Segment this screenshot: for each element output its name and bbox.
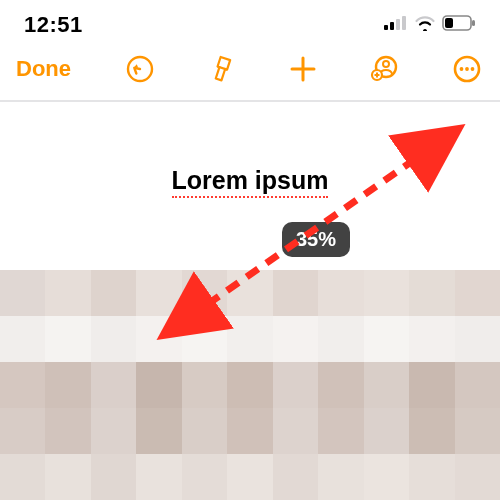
status-bar: 12:51 bbox=[0, 0, 500, 44]
insert-button[interactable] bbox=[286, 52, 320, 86]
status-time: 12:51 bbox=[24, 12, 83, 38]
svg-point-17 bbox=[460, 67, 464, 71]
toolbar: Done bbox=[0, 44, 500, 100]
status-indicators bbox=[384, 15, 476, 35]
svg-rect-5 bbox=[445, 18, 453, 28]
cellular-icon bbox=[384, 16, 408, 34]
svg-rect-1 bbox=[390, 22, 394, 30]
undo-button[interactable] bbox=[123, 52, 157, 86]
document-title[interactable]: Lorem ipsum bbox=[172, 166, 329, 198]
format-brush-button[interactable] bbox=[205, 52, 239, 86]
svg-rect-3 bbox=[402, 16, 406, 30]
blurred-content bbox=[0, 270, 500, 500]
document-canvas[interactable]: Lorem ipsum bbox=[0, 102, 500, 198]
battery-icon bbox=[442, 15, 476, 35]
collaborate-button[interactable] bbox=[368, 52, 402, 86]
done-button[interactable]: Done bbox=[16, 56, 71, 82]
svg-rect-2 bbox=[396, 19, 400, 30]
zoom-indicator: 35% bbox=[282, 222, 350, 257]
svg-point-18 bbox=[465, 67, 469, 71]
svg-rect-0 bbox=[384, 25, 388, 30]
wifi-icon bbox=[414, 15, 436, 35]
svg-point-19 bbox=[471, 67, 475, 71]
more-button[interactable] bbox=[450, 52, 484, 86]
svg-point-12 bbox=[383, 61, 389, 67]
svg-rect-6 bbox=[472, 20, 475, 26]
